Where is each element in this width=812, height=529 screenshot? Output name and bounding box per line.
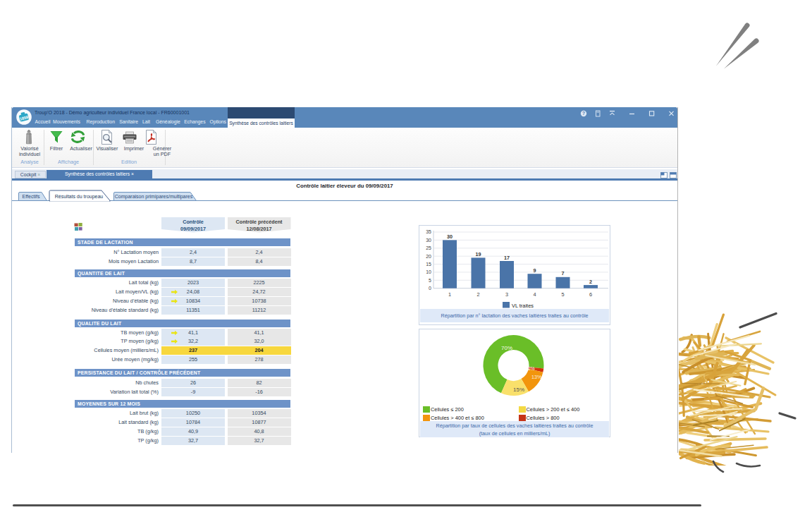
svg-text:Résultats du troupeau: Résultats du troupeau [55, 193, 104, 199]
svg-text:Comparaison primipares/multipa: Comparaison primipares/multipares [115, 194, 193, 200]
svg-text:?: ? [582, 111, 585, 116]
svg-text:Effectifs: Effectifs [23, 194, 40, 199]
